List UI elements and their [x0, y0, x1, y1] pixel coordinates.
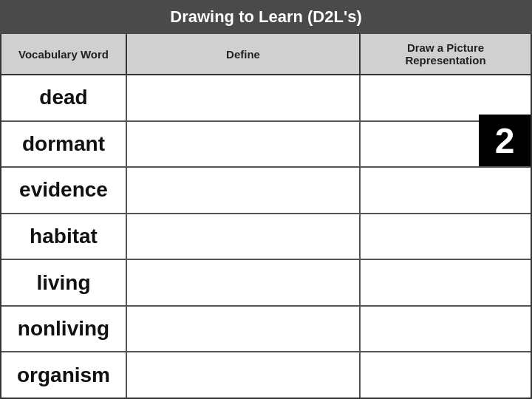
define-cell-dormant — [127, 122, 361, 167]
table-header-row: Vocabulary Word Define Draw a Picture Re… — [1, 34, 531, 75]
main-table: Vocabulary Word Define Draw a Picture Re… — [0, 34, 532, 399]
draw-cell-habitat — [361, 214, 531, 259]
draw-cell-living — [361, 260, 531, 305]
header-define: Define — [127, 34, 361, 74]
table-row: habitat — [1, 214, 531, 261]
word-cell-living: living — [1, 260, 127, 305]
word-cell-evidence: evidence — [1, 168, 127, 213]
define-cell-living — [127, 260, 361, 305]
define-cell-evidence — [127, 168, 361, 213]
define-cell-organism — [127, 352, 361, 398]
header-vocabulary: Vocabulary Word — [1, 34, 127, 74]
draw-cell-dormant: 2 — [361, 122, 531, 167]
page-title: Drawing to Learn (D2L's) — [0, 0, 532, 34]
word-cell-nonliving: nonliving — [1, 307, 127, 352]
page-container: Drawing to Learn (D2L's) Vocabulary Word… — [0, 0, 532, 399]
table-body: dead dormant 2 evidence habitat — [1, 75, 531, 398]
define-cell-habitat — [127, 214, 361, 259]
word-cell-organism: organism — [1, 352, 127, 398]
define-cell-nonliving — [127, 307, 361, 352]
table-row: dormant 2 — [1, 122, 531, 168]
draw-cell-dead — [361, 75, 531, 120]
table-row: dead — [1, 75, 531, 122]
define-cell-dead — [127, 75, 361, 120]
word-cell-dead: dead — [1, 75, 127, 120]
draw-cell-organism — [361, 352, 531, 398]
word-cell-dormant: dormant — [1, 122, 127, 167]
word-cell-habitat: habitat — [1, 214, 127, 259]
table-row: living — [1, 260, 531, 307]
table-row: evidence — [1, 168, 531, 214]
table-row: nonliving — [1, 307, 531, 353]
draw-cell-nonliving — [361, 307, 531, 352]
draw-cell-evidence — [361, 168, 531, 213]
badge-2: 2 — [479, 115, 531, 166]
table-row: organism — [1, 352, 531, 398]
header-draw: Draw a Picture Representation — [361, 34, 531, 74]
